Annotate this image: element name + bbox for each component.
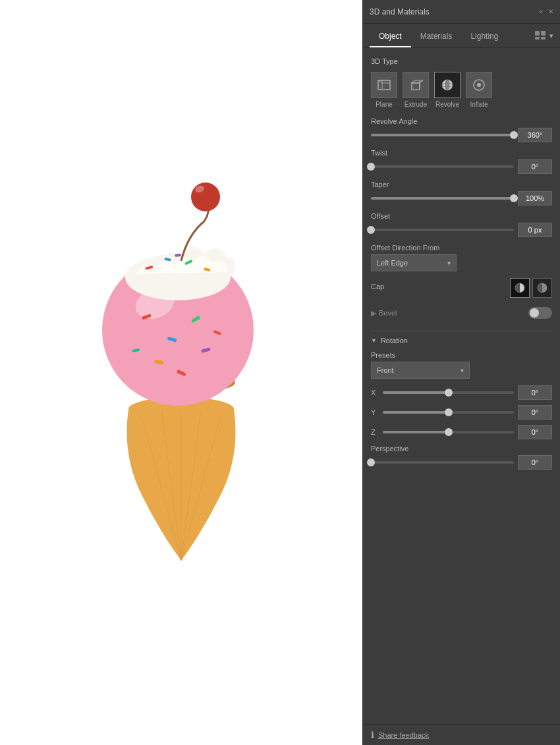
- twist-field: Twist 0°: [371, 149, 552, 174]
- preset-dropdown[interactable]: Front ▾: [371, 362, 470, 379]
- perspective-field: Perspective 0°: [371, 445, 552, 470]
- offset-direction-value: Left Edge: [377, 259, 408, 267]
- preset-value: Front: [377, 366, 394, 374]
- z-label: Z: [371, 428, 379, 436]
- footer: ℹ Share feedback: [363, 724, 560, 745]
- z-track[interactable]: [383, 431, 514, 433]
- bevel-text: Bevel: [379, 309, 397, 317]
- offset-label: Offset: [371, 212, 552, 220]
- bevel-chevron-icon: ▶: [371, 309, 376, 317]
- rotation-label: Rotation: [381, 337, 408, 345]
- perspective-slider-row: 0°: [371, 455, 552, 470]
- perspective-value[interactable]: 0°: [518, 455, 552, 470]
- offset-slider-row: 0 px: [371, 223, 552, 237]
- revolve-angle-value[interactable]: 360°: [518, 128, 552, 142]
- y-thumb[interactable]: [445, 408, 453, 416]
- twist-label: Twist: [371, 149, 552, 157]
- svg-rect-33: [412, 83, 420, 90]
- panel-header-icons: « ✕: [539, 8, 553, 15]
- tabs-row: Object Materials Lighting ▾: [363, 24, 560, 48]
- x-value[interactable]: 0°: [518, 385, 552, 400]
- twist-value[interactable]: 0°: [518, 159, 552, 174]
- revolve-angle-slider-row: 360°: [371, 128, 552, 142]
- tab-object[interactable]: Object: [370, 28, 411, 47]
- ice-cream-preview: [76, 126, 287, 620]
- y-value[interactable]: 0°: [518, 405, 552, 420]
- info-icon: ℹ: [371, 730, 374, 740]
- close-icon[interactable]: ✕: [548, 8, 553, 15]
- twist-track[interactable]: [371, 165, 514, 168]
- bevel-label: ▶ Bevel: [371, 309, 397, 317]
- taper-fill: [371, 197, 514, 200]
- z-thumb[interactable]: [445, 428, 453, 436]
- panel-header: 3D and Materials « ✕: [363, 0, 560, 24]
- tab-materials[interactable]: Materials: [411, 28, 462, 47]
- offset-track[interactable]: [371, 229, 514, 231]
- svg-rect-31: [541, 37, 546, 40]
- perspective-track[interactable]: [371, 461, 514, 464]
- panel-body[interactable]: 3D Type Plane: [363, 48, 560, 724]
- preset-chevron-icon: ▾: [461, 367, 464, 374]
- y-track[interactable]: [383, 411, 514, 414]
- offset-value[interactable]: 0 px: [518, 223, 552, 237]
- y-row: Y 0°: [371, 405, 552, 420]
- divider-1: [371, 331, 552, 331]
- revolve-angle-field: Revolve Angle 360°: [371, 117, 552, 142]
- x-track[interactable]: [383, 391, 514, 394]
- extrude-label: Extrude: [405, 101, 427, 108]
- cap-row: Cap: [371, 278, 552, 298]
- svg-rect-28: [535, 31, 540, 36]
- z-value[interactable]: 0°: [518, 425, 552, 439]
- revolve-angle-label: Revolve Angle: [371, 117, 552, 125]
- taper-thumb[interactable]: [510, 194, 518, 202]
- taper-field: Taper 100%: [371, 180, 552, 206]
- inflate-label: Inflate: [470, 101, 488, 108]
- share-feedback-link[interactable]: Share feedback: [378, 731, 429, 739]
- revolve-angle-fill: [371, 134, 514, 136]
- type-grid: Plane Extrude: [371, 72, 552, 108]
- y-label: Y: [371, 408, 379, 416]
- offset-direction-select[interactable]: Left Edge ▾: [371, 254, 457, 271]
- panel-title: 3D and Materials: [370, 7, 430, 16]
- presets-label: Presets: [371, 351, 552, 359]
- x-fill: [383, 391, 449, 394]
- taper-track[interactable]: [371, 197, 514, 200]
- tabs-left: Object Materials Lighting: [370, 28, 507, 47]
- tab-menu-icon[interactable]: ▾: [549, 32, 553, 40]
- type-extrude[interactable]: Extrude: [403, 72, 429, 108]
- revolve-angle-thumb[interactable]: [510, 131, 518, 139]
- twist-thumb[interactable]: [367, 163, 375, 171]
- svg-point-40: [477, 83, 481, 87]
- inflate-icon: [466, 72, 492, 98]
- collapse-icon[interactable]: «: [539, 8, 543, 15]
- plane-label: Plane: [376, 101, 393, 108]
- revolve-icon: [434, 72, 461, 98]
- tab-lighting[interactable]: Lighting: [461, 28, 507, 47]
- perspective-thumb[interactable]: [367, 458, 375, 466]
- taper-value[interactable]: 100%: [518, 191, 552, 206]
- offset-field: Offset 0 px: [371, 212, 552, 237]
- canvas-area: [0, 0, 362, 745]
- offset-thumb[interactable]: [367, 226, 375, 234]
- type-revolve[interactable]: Revolve: [434, 72, 461, 108]
- plane-icon: [371, 72, 397, 98]
- offset-direction-label: Offset Direction From: [371, 244, 552, 252]
- type-section-label: 3D Type: [371, 57, 552, 65]
- z-row: Z 0°: [371, 425, 552, 439]
- bevel-toggle-knob: [530, 308, 539, 317]
- extrude-icon: [403, 72, 429, 98]
- taper-slider-row: 100%: [371, 191, 552, 206]
- twist-slider-row: 0°: [371, 159, 552, 174]
- revolve-angle-track[interactable]: [371, 134, 514, 136]
- type-inflate[interactable]: Inflate: [466, 72, 492, 108]
- type-plane[interactable]: Plane: [371, 72, 397, 108]
- rotation-chevron-icon: ▼: [371, 337, 377, 344]
- tab-icons: ▾: [535, 31, 553, 44]
- rotation-section-header[interactable]: ▼ Rotation: [371, 337, 552, 345]
- x-thumb[interactable]: [445, 389, 453, 397]
- z-fill: [383, 431, 449, 433]
- cap-button-right[interactable]: [532, 278, 552, 298]
- perspective-label: Perspective: [371, 445, 552, 453]
- cap-button-left[interactable]: [510, 278, 530, 298]
- bevel-toggle[interactable]: [528, 307, 552, 319]
